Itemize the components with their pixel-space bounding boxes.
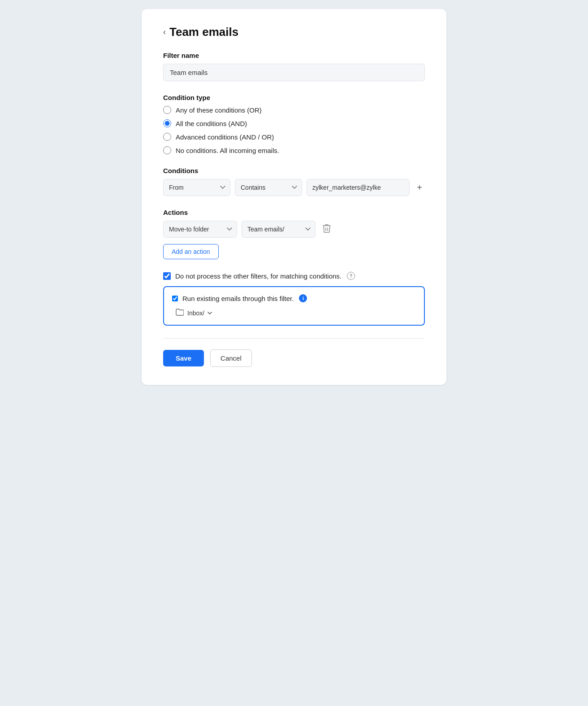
- footer-buttons: Save Cancel: [163, 349, 425, 367]
- radio-item-advanced[interactable]: Advanced conditions (AND / OR): [163, 133, 425, 141]
- filter-name-input[interactable]: [163, 64, 425, 81]
- condition-type-label: Condition type: [163, 94, 425, 101]
- radio-advanced[interactable]: [163, 133, 171, 141]
- inbox-dropdown[interactable]: Inbox/: [187, 309, 213, 317]
- radio-and-label: All the conditions (AND): [176, 120, 247, 127]
- filter-name-section: Filter name: [163, 52, 425, 81]
- back-nav: ‹ Team emails: [163, 25, 425, 39]
- email-value-input[interactable]: [307, 179, 410, 196]
- main-card: ‹ Team emails Filter name Condition type…: [142, 9, 446, 385]
- radio-none[interactable]: [163, 146, 171, 154]
- back-arrow-icon[interactable]: ‹: [163, 27, 166, 37]
- folder-icon: [176, 309, 184, 318]
- cancel-button[interactable]: Cancel: [210, 349, 252, 367]
- condition-type-section: Condition type Any of these conditions (…: [163, 94, 425, 154]
- conditions-label: Conditions: [163, 167, 425, 174]
- run-filter-header: Run existing emails through this filter.…: [172, 294, 416, 302]
- from-dropdown[interactable]: From: [163, 179, 230, 196]
- delete-action-button[interactable]: [320, 222, 333, 237]
- radio-or[interactable]: [163, 106, 171, 114]
- radio-item-none[interactable]: No conditions. All incoming emails.: [163, 146, 425, 154]
- radio-or-label: Any of these conditions (OR): [176, 106, 262, 114]
- actions-section: Actions Move-to folder Team emails/ Add …: [163, 209, 425, 259]
- run-existing-label: Run existing emails through this filter.: [182, 295, 294, 302]
- run-existing-checkbox[interactable]: [172, 296, 178, 301]
- conditions-row: From Contains +: [163, 179, 425, 196]
- add-condition-button[interactable]: +: [414, 181, 425, 194]
- radio-advanced-label: Advanced conditions (AND / OR): [176, 133, 274, 141]
- save-button[interactable]: Save: [163, 350, 204, 366]
- filter-name-label: Filter name: [163, 52, 425, 59]
- contains-dropdown[interactable]: Contains: [235, 179, 302, 196]
- folder-select-row: Inbox/: [176, 309, 416, 318]
- radio-none-label: No conditions. All incoming emails.: [176, 147, 279, 154]
- no-process-label: Do not process the other filters, for ma…: [175, 272, 342, 280]
- help-icon[interactable]: ?: [347, 272, 355, 280]
- info-icon[interactable]: i: [299, 294, 307, 302]
- radio-item-and[interactable]: All the conditions (AND): [163, 119, 425, 127]
- no-process-row: Do not process the other filters, for ma…: [163, 272, 425, 280]
- folder-dropdown[interactable]: Team emails/: [242, 221, 316, 238]
- action-dropdown[interactable]: Move-to folder: [163, 221, 237, 238]
- radio-item-or[interactable]: Any of these conditions (OR): [163, 106, 425, 114]
- footer-divider: [163, 338, 425, 339]
- no-process-checkbox[interactable]: [163, 272, 171, 280]
- page-title: Team emails: [169, 25, 238, 39]
- condition-type-radio-group: Any of these conditions (OR) All the con…: [163, 106, 425, 154]
- radio-and[interactable]: [163, 119, 171, 127]
- actions-label: Actions: [163, 209, 425, 216]
- actions-row: Move-to folder Team emails/: [163, 221, 425, 238]
- run-filter-box: Run existing emails through this filter.…: [163, 286, 425, 326]
- conditions-section: Conditions From Contains +: [163, 167, 425, 196]
- no-process-section: Do not process the other filters, for ma…: [163, 272, 425, 326]
- add-action-button[interactable]: Add an action: [163, 244, 219, 259]
